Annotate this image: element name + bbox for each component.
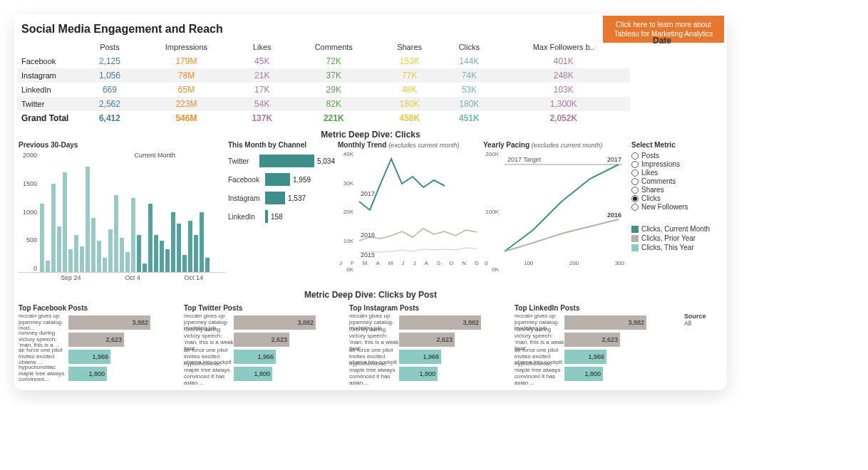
radio-icon — [631, 169, 639, 177]
post-row[interactable]: hypochondriac maple tree always convince… — [515, 366, 676, 382]
posts-column: Top Facebook Postsmccain gives up jcpenn… — [19, 303, 180, 383]
posts-col-title: Top Instagram Posts — [349, 304, 510, 312]
channel-bar-row[interactable]: LinkedIn158 — [228, 210, 335, 223]
post-row[interactable]: romney during victory speech: 'man, this… — [19, 332, 180, 348]
legend: Clicks, Current MonthClicks, Prior YearC… — [631, 225, 721, 251]
day-bar[interactable] — [40, 204, 44, 272]
day-bar[interactable] — [80, 246, 84, 272]
pacing-sub: (excludes current month) — [532, 142, 603, 149]
col-header[interactable]: Clicks — [441, 40, 497, 54]
metric-option[interactable]: Clicks — [631, 194, 721, 202]
metric-option[interactable]: Shares — [631, 186, 721, 194]
day-bar[interactable] — [74, 235, 78, 272]
trend-sub: (excludes current month) — [388, 142, 460, 149]
day-bar[interactable] — [177, 224, 181, 272]
col-header[interactable]: Posts — [81, 40, 138, 54]
selector-title: Select Metric — [631, 141, 721, 149]
summary-table: PostsImpressionsLikesCommentsSharesClick… — [17, 40, 630, 125]
bychan-title: This Month by Channel — [228, 141, 335, 149]
channel-bar-row[interactable]: Instagram1,537 — [228, 192, 335, 204]
metric-selector: Select Metric PostsImpressionsLikesComme… — [629, 141, 721, 281]
day-bar[interactable] — [131, 198, 135, 272]
post-row[interactable]: air force one pilot invites excited obam… — [19, 349, 180, 365]
day-bar[interactable] — [165, 249, 170, 272]
channel-bar-row[interactable]: Twitter5,034 — [228, 155, 335, 167]
radio-icon — [631, 204, 639, 211]
day-bar[interactable] — [137, 235, 141, 272]
day-bar[interactable] — [154, 235, 158, 272]
radio-icon — [631, 178, 639, 185]
day-bar[interactable] — [125, 252, 130, 272]
posts-column: Top Instagram Postsmccain gives up jcpen… — [349, 303, 510, 383]
post-row[interactable]: romney during victory speech: 'man, this… — [515, 332, 676, 348]
radio-icon — [631, 152, 639, 160]
day-bar[interactable] — [86, 167, 90, 272]
day-bar[interactable] — [63, 172, 67, 272]
day-bar[interactable] — [205, 258, 210, 272]
trend-chart[interactable]: 2017 2016 2015 — [338, 152, 480, 258]
col-header[interactable] — [17, 40, 81, 54]
label-2015: 2015 — [361, 251, 375, 258]
metric-option[interactable]: Impressions — [631, 160, 721, 168]
day-bar[interactable] — [57, 226, 61, 272]
post-row[interactable]: hypochondriac maple tree always convince… — [184, 366, 345, 382]
legend-item: Clicks, This Year — [631, 244, 721, 251]
source-panel: SourceAll — [680, 303, 723, 383]
day-bar[interactable] — [68, 249, 73, 272]
posts-title: Metric Deep Dive: Clicks by Post — [14, 286, 727, 301]
table-row[interactable]: Twitter2,562223M54K82K180K180K1,300K — [17, 97, 630, 111]
radio-icon — [631, 195, 639, 202]
posts-col-title: Top Facebook Posts — [19, 304, 180, 312]
post-row[interactable]: romney during victory speech: 'man, this… — [184, 332, 345, 348]
day-bar[interactable] — [171, 212, 175, 272]
metric-option[interactable]: Likes — [631, 169, 721, 177]
current-month-annot: Current Month — [134, 152, 175, 159]
day-bar[interactable] — [114, 195, 118, 272]
bychannel-panel: This Month by Channel Twitter5,034Facebo… — [228, 141, 335, 281]
day-bar[interactable] — [91, 218, 95, 272]
prev30-chart[interactable]: 2000150010005000 Current Month — [19, 152, 225, 273]
monthly-trend-panel: Monthly Trend (excludes current month) 4… — [338, 141, 480, 281]
radio-icon — [631, 187, 639, 194]
col-header[interactable]: Comments — [289, 40, 378, 54]
day-bar[interactable] — [97, 241, 101, 272]
table-row[interactable]: Instagram1,05678M21K37K77K74K248K — [17, 68, 630, 83]
post-row[interactable]: hypochondriac maple tree always convince… — [19, 366, 180, 382]
day-bar[interactable] — [108, 229, 113, 272]
label-2017: 2017 — [361, 190, 375, 197]
metric-option[interactable]: Posts — [631, 152, 721, 160]
metric-option[interactable]: New Followers — [631, 203, 721, 211]
dashboard: Click here to learn more about Tableau f… — [14, 14, 727, 390]
col-header[interactable]: Shares — [378, 40, 441, 54]
table-row[interactable]: LinkedIn66965M17K29K48K53K103K — [17, 83, 630, 97]
table-row[interactable]: Facebook2,125179M45K72K153K144K401K — [17, 54, 630, 68]
day-bar[interactable] — [46, 261, 50, 272]
date-label: Date — [653, 36, 671, 46]
metric-option[interactable]: Comments — [631, 177, 721, 185]
day-bar[interactable] — [148, 204, 153, 272]
day-bar[interactable] — [120, 238, 124, 272]
post-row[interactable]: mccain gives up jcpenney catalog-mod...3… — [19, 315, 180, 330]
posts-column: Top Twitter Postsmccain gives up jcpenne… — [184, 303, 345, 383]
day-bar[interactable] — [182, 255, 187, 272]
day-bar[interactable] — [200, 212, 204, 272]
trend-title: Monthly Trend — [338, 141, 386, 149]
day-bar[interactable] — [143, 263, 147, 272]
legend-item: Clicks, Prior Year — [631, 234, 721, 242]
channel-bar-row[interactable]: Facebook1,959 — [228, 173, 335, 186]
legend-item: Clicks, Current Month — [631, 225, 721, 233]
post-row[interactable]: hypochondriac maple tree always convince… — [349, 366, 510, 382]
pacing-chart[interactable]: 2017 Target 2017 2016 — [483, 152, 626, 258]
day-bar[interactable] — [103, 258, 107, 272]
post-row[interactable]: romney during victory speech: 'man, this… — [349, 332, 510, 348]
day-bar[interactable] — [188, 221, 192, 272]
col-header[interactable]: Impressions — [138, 40, 234, 54]
day-bar[interactable] — [51, 184, 56, 272]
day-bar[interactable] — [160, 241, 164, 272]
posts-col-title: Top Twitter Posts — [184, 304, 345, 312]
day-bar[interactable] — [194, 235, 198, 272]
pacing-title: Yearly Pacing — [483, 141, 529, 149]
col-header[interactable]: Likes — [234, 40, 289, 54]
target-label: 2017 Target — [507, 156, 542, 163]
total-row: Grand Total6,412546M137K221K458K451K2,05… — [17, 111, 630, 125]
